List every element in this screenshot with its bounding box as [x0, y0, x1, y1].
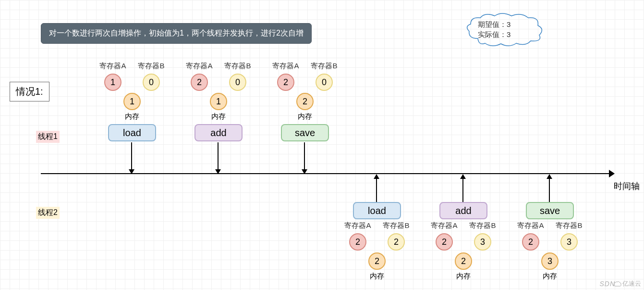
register-a-value: 2: [349, 233, 366, 251]
register-a-label: 寄存器A: [98, 62, 127, 71]
arrow-down-icon: [131, 142, 132, 173]
register-b-value: 3: [560, 233, 578, 251]
timeline-label: 时间轴: [614, 180, 640, 192]
register-b-label: 寄存器B: [137, 62, 166, 71]
watermark-brand: 亿速云: [614, 279, 641, 288]
register-a-label: 寄存器A: [430, 221, 459, 230]
register-a-value: 2: [191, 74, 208, 91]
register-a-label: 寄存器A: [516, 221, 545, 230]
memory-label: 内存: [291, 112, 319, 121]
memory-value: 2: [296, 93, 314, 110]
memory-value: 1: [123, 93, 141, 110]
memory-value: 1: [210, 93, 227, 110]
register-b-label: 寄存器B: [310, 62, 339, 71]
thread2-label: 线程2: [36, 207, 60, 219]
register-a-label: 寄存器A: [343, 221, 372, 230]
operation-save: save: [281, 124, 329, 141]
register-b-value: 0: [316, 74, 333, 91]
memory-value: 2: [368, 252, 386, 270]
memory-label: 内存: [118, 112, 146, 121]
description-box: 对一个数进行两次自增操作，初始值为1，两个线程并发执行，进行2次自增: [41, 23, 312, 44]
register-a-value: 1: [104, 74, 122, 91]
watermark-sdn: SDN: [599, 280, 615, 288]
register-b-label: 寄存器B: [555, 221, 583, 230]
memory-value: 2: [455, 252, 472, 270]
register-b-label: 寄存器B: [223, 62, 252, 71]
operation-load: load: [353, 202, 401, 219]
arrow-down-icon: [304, 142, 305, 173]
memory-value: 3: [541, 252, 559, 270]
register-b-label: 寄存器B: [382, 221, 411, 230]
register-a-value: 2: [436, 233, 453, 251]
register-b-value: 2: [388, 233, 405, 251]
memory-label: 内存: [363, 272, 391, 281]
register-a-label: 寄存器A: [271, 62, 300, 71]
operation-add: add: [194, 124, 243, 141]
register-a-value: 2: [277, 74, 294, 91]
arrow-up-icon: [549, 175, 550, 202]
arrow-up-icon: [376, 175, 377, 202]
operation-save: save: [526, 202, 574, 219]
register-b-label: 寄存器B: [468, 221, 497, 230]
operation-load: load: [108, 124, 156, 141]
memory-label: 内存: [449, 272, 478, 281]
register-a-label: 寄存器A: [185, 62, 214, 71]
arrow-up-icon: [462, 175, 463, 202]
register-a-value: 2: [522, 233, 539, 251]
register-b-value: 0: [143, 74, 160, 91]
case-label: 情况1:: [10, 82, 49, 101]
memory-label: 内存: [204, 112, 233, 121]
timeline-arrow: [609, 170, 615, 177]
thread1-label: 线程1: [36, 131, 60, 143]
arrow-down-icon: [218, 142, 219, 173]
operation-add: add: [439, 202, 487, 219]
result-cloud-text: 期望值：3 实际值：3: [478, 19, 510, 39]
timeline-axis: [41, 173, 610, 174]
register-b-value: 3: [474, 233, 491, 251]
register-b-value: 0: [229, 74, 246, 91]
memory-label: 内存: [535, 272, 564, 281]
